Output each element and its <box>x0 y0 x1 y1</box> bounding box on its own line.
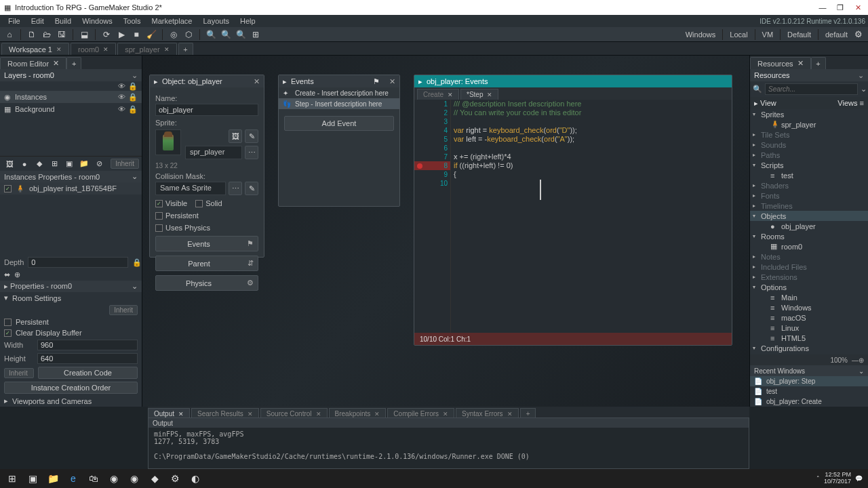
view-row[interactable]: ▸ ViewViews ≡ <box>750 97 868 109</box>
menu-windows[interactable]: Windows <box>77 17 118 25</box>
app-icon[interactable]: ◐ <box>186 470 205 487</box>
expand-icon[interactable]: ⊞ <box>249 28 262 41</box>
tree-folder[interactable]: ▸Shaders <box>750 180 868 190</box>
tree-item[interactable]: ≡Linux <box>750 323 868 333</box>
flip-icon[interactable]: ⬌ <box>4 270 10 279</box>
close-icon[interactable]: ✕ <box>443 411 448 418</box>
viewports-toggle[interactable]: ▸Viewports and Cameras <box>0 395 142 407</box>
add-tab[interactable]: + <box>811 57 826 69</box>
tree-folder[interactable]: ▸Fonts <box>750 190 868 201</box>
menu-help[interactable]: Help <box>235 17 261 25</box>
new-sprite-icon[interactable]: 🖼 <box>229 129 242 143</box>
close-icon[interactable]: ✕ <box>487 92 492 98</box>
tree-item[interactable]: ●obj_player <box>750 221 868 231</box>
recent-item[interactable]: 📄obj_player: Step <box>750 376 868 386</box>
save-icon[interactable]: 🖫 <box>55 28 68 41</box>
clear-checkbox[interactable]: ✓ <box>4 329 12 337</box>
stop-icon[interactable]: ■ <box>130 28 143 41</box>
edit-mask-icon[interactable]: ✎ <box>245 182 258 195</box>
close-icon[interactable]: ✕ <box>56 46 62 53</box>
code-text-area[interactable]: /// @description Insert description here… <box>451 100 732 333</box>
object-name-input[interactable] <box>155 104 258 116</box>
tree-folder[interactable]: ▸Included Files <box>750 262 868 272</box>
workspace-canvas[interactable]: ▸Object: obj_player✕ Name: Sprite: 🖼 ✎ s <box>142 56 749 407</box>
notifications-icon[interactable]: 💬 <box>855 475 863 482</box>
close-icon[interactable]: ✕ <box>374 411 380 418</box>
gear-icon[interactable]: ⚙ <box>852 28 865 41</box>
tree-folder[interactable]: ▸Notes <box>750 251 868 262</box>
lock-icon[interactable]: 🔒 <box>132 258 142 267</box>
collision-mask-select[interactable]: Same As Sprite <box>155 182 226 195</box>
system-clock[interactable]: 12:52 PM10/7/2017 <box>824 472 851 485</box>
close-icon[interactable]: ✕ <box>53 59 59 68</box>
physics-checkbox[interactable] <box>155 224 163 232</box>
tree-folder[interactable]: ▸Extensions <box>750 272 868 282</box>
close-button[interactable]: ✕ <box>852 3 864 12</box>
layer-instances[interactable]: ◉Instances👁🔒 <box>0 91 142 103</box>
maximize-button[interactable]: ❐ <box>834 3 846 12</box>
menu-tools[interactable]: Tools <box>118 17 146 25</box>
object-panel-header[interactable]: ▸Object: obj_player✕ <box>150 75 264 87</box>
visible-checkbox[interactable]: ✓ <box>155 200 163 207</box>
tree-folder[interactable]: ▾Objects <box>750 211 868 221</box>
target-icon[interactable]: ◎ <box>167 28 180 41</box>
folder-icon[interactable]: 📁 <box>77 158 91 170</box>
open-icon[interactable]: 🗁 <box>40 28 54 41</box>
tree-folder[interactable]: ▾Scripts <box>750 160 868 170</box>
chrome2-icon[interactable]: ◉ <box>125 470 144 487</box>
sprite-preview[interactable] <box>155 129 181 155</box>
menu-file[interactable]: File <box>3 17 26 25</box>
home-icon[interactable]: ⌂ <box>3 28 16 41</box>
parent-button[interactable]: Parent⇵ <box>155 256 258 271</box>
target-vm[interactable]: VM <box>760 30 776 39</box>
workspace-tab[interactable]: spr_player✕ <box>117 43 176 55</box>
layer-row[interactable]: 👁🔒 <box>0 81 142 91</box>
recent-windows-header[interactable]: Recent Windows⌄ <box>750 365 868 376</box>
target-config[interactable]: default <box>823 30 850 39</box>
minimize-button[interactable]: — <box>816 3 829 12</box>
tree-folder[interactable]: ▾Sprites <box>750 109 868 119</box>
tree-folder[interactable]: ▾Configurations <box>750 343 868 353</box>
instance-props-header[interactable]: Instances Properties - room0⌄ <box>0 171 142 182</box>
explorer-icon[interactable]: 📁 <box>43 470 62 487</box>
search-input[interactable] <box>765 83 858 95</box>
sprite-menu-icon[interactable]: ⋯ <box>245 146 258 159</box>
tree-item[interactable]: ≡Main <box>750 292 868 302</box>
close-icon[interactable]: ✕ <box>448 92 453 98</box>
room-props-header[interactable]: ▸ Properties - room0⌄ <box>0 281 142 292</box>
inherit-button[interactable]: Inherit <box>111 159 139 169</box>
events-button[interactable]: Events⚑ <box>155 236 258 251</box>
zoom-in-icon[interactable]: 🔍 <box>204 28 218 41</box>
add-tab[interactable]: + <box>66 57 81 69</box>
tree-folder[interactable]: ▸Paths <box>750 150 868 160</box>
edit-sprite-icon[interactable]: ✎ <box>245 129 258 143</box>
menu-edit[interactable]: Edit <box>26 17 50 25</box>
tree-item[interactable]: ≡Windows <box>750 302 868 312</box>
code-tab[interactable]: *Step✕ <box>460 89 498 100</box>
target-default[interactable]: Default <box>785 30 814 39</box>
close-icon[interactable]: ✕ <box>507 411 513 418</box>
add-asset-icon[interactable]: ▣ <box>62 158 76 170</box>
target-platform[interactable]: Windows <box>683 30 719 39</box>
output-text[interactable]: minFPS, maxFPS, avgFPS 1277, 5319, 3783 … <box>149 428 749 468</box>
instance-item[interactable]: ✓🧍obj_player inst_1B7654BF <box>0 182 142 195</box>
persistent-checkbox[interactable] <box>4 319 12 326</box>
tree-item[interactable]: ≡test <box>750 170 868 180</box>
tray-chevron-icon[interactable]: ˄ <box>816 475 820 482</box>
event-item[interactable]: ✦Create - Insert description here <box>279 87 399 98</box>
close-icon[interactable]: ✕ <box>316 411 321 418</box>
persistent-checkbox[interactable] <box>155 212 163 220</box>
menu-layouts[interactable]: Layouts <box>197 17 235 25</box>
height-input[interactable] <box>37 353 138 364</box>
width-input[interactable] <box>37 340 138 350</box>
add-tab[interactable]: + <box>178 43 193 55</box>
target-local[interactable]: Local <box>727 30 750 39</box>
eye-icon[interactable]: 👁 <box>118 93 125 102</box>
add-inst-icon[interactable]: ● <box>18 158 31 170</box>
debug-icon[interactable]: ⟳ <box>100 28 113 41</box>
inherit-button[interactable]: Inherit <box>4 368 34 378</box>
physics-button[interactable]: Physics⚙ <box>155 275 258 291</box>
room-editor-tab[interactable]: Room Editor✕ <box>0 57 66 69</box>
mask-menu-icon[interactable]: ⋯ <box>229 182 242 195</box>
creation-code-button[interactable]: Creation Code <box>38 367 138 379</box>
